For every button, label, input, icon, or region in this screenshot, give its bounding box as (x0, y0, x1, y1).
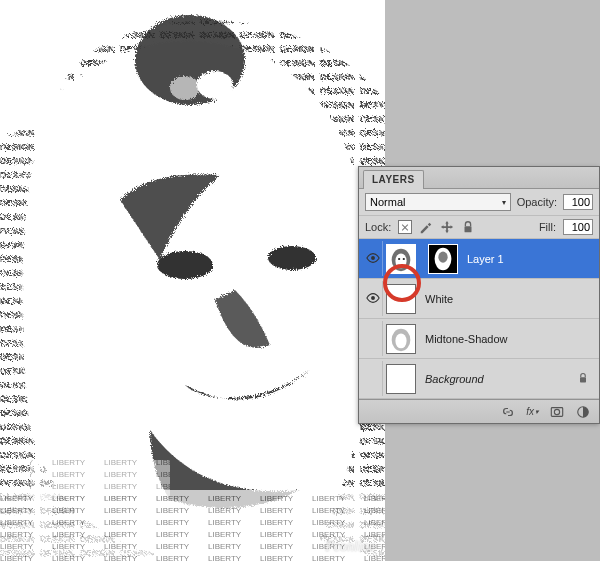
panel-tabbar: LAYERS (359, 167, 599, 189)
layer-mask-thumbnail[interactable] (428, 244, 458, 274)
chevron-down-icon: ▾ (535, 408, 539, 416)
eye-icon (366, 291, 380, 307)
lock-icon (577, 372, 589, 386)
lock-transparency-button[interactable] (398, 220, 412, 234)
svg-point-18 (403, 257, 405, 259)
lock-all-icon[interactable] (461, 220, 475, 234)
lock-label: Lock: (365, 221, 391, 233)
svg-point-7 (170, 76, 200, 100)
lock-brush-icon[interactable] (419, 220, 433, 234)
blend-mode-select[interactable]: Normal ▾ (365, 193, 511, 211)
new-adjustment-button[interactable] (575, 404, 591, 420)
layer-thumbnail[interactable] (386, 324, 416, 354)
layer-row-white[interactable]: White (359, 279, 599, 319)
layers-tab[interactable]: LAYERS (363, 170, 424, 189)
svg-point-22 (371, 296, 375, 300)
eye-icon (366, 251, 380, 267)
opacity-label: Opacity: (517, 196, 557, 208)
layer-name[interactable]: Background (419, 373, 484, 385)
svg-rect-26 (580, 377, 586, 382)
svg-point-16 (395, 253, 406, 268)
blend-opacity-row: Normal ▾ Opacity: 100 (359, 189, 599, 216)
lock-fill-row: Lock: Fill: 100 (359, 216, 599, 239)
layer-thumbnail[interactable] (386, 284, 416, 314)
layer-row-layer1[interactable]: Layer 1 (359, 239, 599, 279)
layer-name[interactable]: White (419, 293, 453, 305)
layer-row-midtone[interactable]: Midtone-Shadow (359, 319, 599, 359)
svg-rect-12 (465, 226, 472, 232)
layer-thumbnail[interactable] (386, 364, 416, 394)
app-stage: DESIGN LIBERTY (0, 0, 600, 561)
visibility-toggle[interactable] (363, 281, 383, 316)
link-layers-button[interactable] (500, 404, 516, 420)
layer-name[interactable]: Layer 1 (461, 253, 504, 265)
svg-point-8 (157, 251, 213, 279)
layers-panel-footer: fx▾ (359, 399, 599, 423)
blend-mode-value: Normal (370, 196, 405, 208)
visibility-toggle[interactable] (363, 241, 383, 276)
layers-panel: LAYERS Normal ▾ Opacity: 100 Lock: Fill:… (358, 166, 600, 424)
opacity-field[interactable]: 100 (563, 194, 593, 210)
svg-point-13 (371, 256, 375, 260)
layer-thumbnail[interactable] (386, 244, 416, 274)
layer-fx-button[interactable]: fx▾ (526, 406, 539, 417)
visibility-toggle[interactable] (363, 321, 383, 356)
svg-rect-11 (30, 460, 170, 500)
svg-point-28 (554, 409, 559, 414)
fill-label: Fill: (539, 221, 556, 233)
chevron-down-icon: ▾ (502, 198, 506, 207)
svg-point-25 (395, 333, 406, 348)
svg-point-9 (268, 246, 316, 270)
document-canvas[interactable]: DESIGN LIBERTY (0, 0, 385, 561)
layers-list: Layer 1 White Midtone-Shadow Backgrou (359, 239, 599, 399)
layer-row-background[interactable]: Background (359, 359, 599, 399)
svg-point-17 (398, 257, 400, 259)
fill-field[interactable]: 100 (563, 219, 593, 235)
layer-name[interactable]: Midtone-Shadow (419, 333, 508, 345)
artwork-portrait: DESIGN LIBERTY (0, 0, 385, 561)
watermark-main: Pconline (325, 539, 375, 555)
visibility-toggle[interactable] (363, 361, 383, 396)
svg-point-21 (438, 251, 447, 262)
svg-point-6 (197, 71, 233, 99)
add-mask-button[interactable] (549, 404, 565, 420)
lock-move-icon[interactable] (440, 220, 454, 234)
